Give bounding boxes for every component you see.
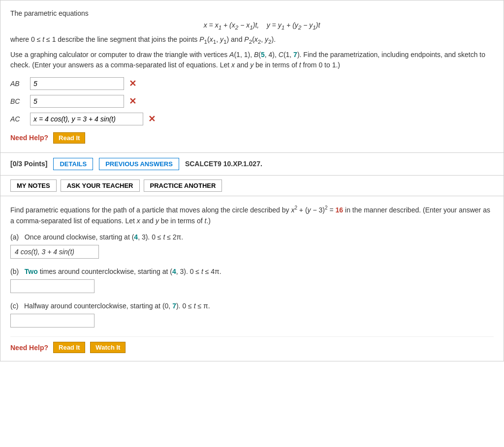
part-a-label: (a) Once around clockwise, starting at (… — [10, 233, 494, 241]
need-help-top: Need Help? Read It — [10, 132, 494, 144]
part-a-answer-box: 4 cos(t), 3 + 4 sin(t) — [10, 245, 494, 259]
part-b: (b) Two times around counterclockwise, s… — [10, 268, 494, 293]
input-ab[interactable] — [30, 77, 124, 90]
need-help-label-top: Need Help? — [10, 134, 48, 142]
bottom-section: [0/3 Points] DETAILS PREVIOUS ANSWERS SC… — [0, 153, 504, 361]
input-part-b[interactable] — [10, 279, 94, 293]
watch-it-button[interactable]: Watch It — [90, 342, 126, 353]
label-bc: BC — [10, 97, 25, 105]
problem-statement: Find parametric equations for the path o… — [10, 204, 494, 226]
practice-another-button[interactable]: PRACTICE ANOTHER — [144, 179, 222, 192]
ask-teacher-button[interactable]: ASK YOUR TEACHER — [61, 179, 140, 192]
label-ac: AC — [10, 115, 25, 123]
part-c: (c) Halfway around counterclockwise, sta… — [10, 302, 494, 328]
parametric-header: The parametric equations — [10, 9, 494, 17]
part-a-answer: 4 cos(t), 3 + 4 sin(t) — [10, 245, 99, 259]
problem-content: Find parametric equations for the path o… — [0, 196, 504, 361]
read-it-button-bottom[interactable]: Read It — [53, 342, 85, 353]
part-a: (a) Once around clockwise, starting at (… — [10, 233, 494, 259]
wrong-mark-ac: ✕ — [148, 114, 156, 124]
need-help-bottom: Need Help? Read It Watch It — [10, 336, 494, 353]
input-bc[interactable] — [30, 95, 124, 108]
problem-id: SCALCET9 10.XP.1.027. — [185, 160, 262, 168]
where-text: where 0 ≤ t ≤ 1 describe the line segmen… — [10, 35, 494, 45]
my-notes-button[interactable]: MY NOTES — [10, 179, 57, 192]
wrong-mark-ab: ✕ — [129, 78, 136, 89]
part-c-label: (c) Halfway around counterclockwise, sta… — [10, 302, 494, 310]
need-help-label-bottom: Need Help? — [10, 344, 48, 352]
notes-bar: MY NOTES ASK YOUR TEACHER PRACTICE ANOTH… — [0, 176, 504, 196]
equation-display: x = x1 + (x2 − x1)t, y = y1 + (y2 − y1)t — [30, 21, 494, 30]
part-b-answer-box — [10, 279, 494, 293]
wrong-mark-bc: ✕ — [129, 96, 136, 107]
instruction-text: Use a graphing calculator or computer to… — [10, 50, 494, 70]
part-c-answer-box — [10, 314, 494, 328]
equation-text: x = x1 + (x2 − x1)t, y = y1 + (y2 − y1)t — [204, 21, 320, 29]
points-label: [0/3 Points] — [10, 160, 47, 168]
top-section: The parametric equations x = x1 + (x2 − … — [0, 0, 504, 153]
details-button[interactable]: DETAILS — [53, 158, 93, 170]
points-bar: [0/3 Points] DETAILS PREVIOUS ANSWERS SC… — [0, 153, 504, 176]
answer-row-ac: AC ✕ — [10, 113, 494, 125]
previous-answers-button[interactable]: PREVIOUS ANSWERS — [99, 158, 179, 170]
label-ab: AB — [10, 80, 25, 88]
answer-row-bc: BC ✕ — [10, 95, 494, 108]
read-it-button-top[interactable]: Read It — [53, 132, 85, 144]
part-b-label: (b) Two times around counterclockwise, s… — [10, 268, 494, 275]
input-ac[interactable] — [30, 113, 143, 125]
input-part-c[interactable] — [10, 314, 94, 328]
answer-row-ab: AB ✕ — [10, 77, 494, 90]
